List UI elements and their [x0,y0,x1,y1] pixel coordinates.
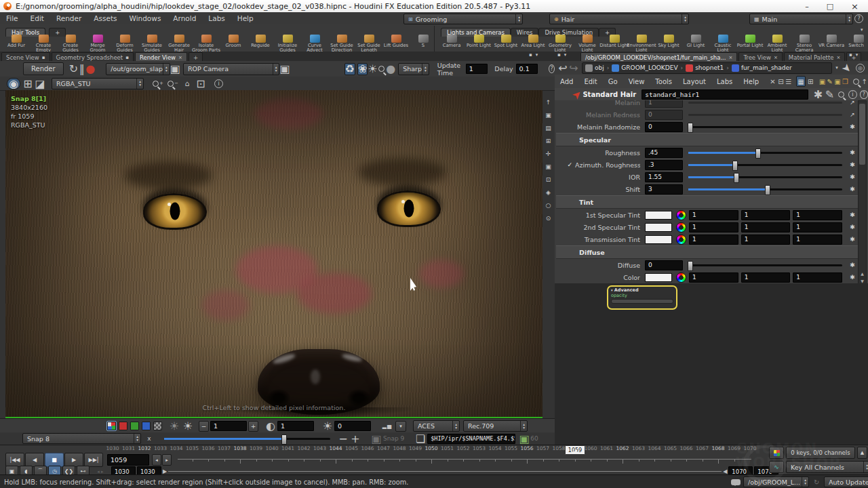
checkbox-checked-icon[interactable]: ✓ [555,161,575,168]
brightness-field[interactable]: 0 [334,421,371,431]
param-value-field[interactable]: 0 [645,260,683,270]
zoom-in-icon[interactable]: + [151,81,165,87]
color-component-field[interactable]: 1 [793,222,842,232]
network-editor[interactable]: ▾ Advanced opacity [555,283,868,445]
pane-tab-tree-view[interactable]: Tree View× [738,52,782,62]
pause-render-icon[interactable]: ‖ [78,62,85,75]
param-slider[interactable] [688,176,842,178]
material-sphere-icon[interactable]: ● [386,62,395,75]
image-plane-select[interactable]: RGBA_STU▴▾ [52,78,144,89]
color-component-field[interactable]: 1 [741,235,791,245]
color-component-field[interactable]: 1 [689,235,738,245]
key-all-channels-select[interactable]: Key All Channels▴▾ [786,461,868,473]
param-slider[interactable] [688,264,842,266]
color-swatch[interactable] [645,211,672,220]
blend-plus-icon[interactable]: + [349,432,361,445]
param-slider[interactable] [688,164,842,166]
range-left-handle[interactable]: ▶ [163,468,167,474]
prev-frame-button[interactable]: ◂ [152,454,161,466]
param-value-field[interactable]: .45 [645,148,683,158]
home-view-icon[interactable]: ⌂ [180,79,194,88]
param-gear-icon[interactable]: ✱ [848,123,857,130]
net-menu-view[interactable]: View [623,78,650,85]
snapshot-blend-slider[interactable] [164,438,330,440]
param-slider[interactable] [688,102,842,104]
playhead-marker[interactable]: 1059 [565,445,585,455]
camera-select[interactable]: ROP Camera▴▾ [183,63,280,75]
color-component-field[interactable]: 1 [741,210,791,220]
go-end-button[interactable]: ▶▶| [84,453,103,467]
param-slider[interactable] [688,126,842,128]
help-icon[interactable]: ? [854,14,863,23]
parameter-scrollbar[interactable]: ▲ ▼ [858,100,867,285]
tab-close-icon[interactable]: × [178,55,182,60]
color-component-field[interactable]: 1 [793,272,842,283]
pane-tab-geometry-spreadsheet[interactable]: Geometry Spreadsheet▪ [52,52,134,62]
magnify-icon[interactable] [378,66,387,72]
param-slider[interactable] [688,188,842,190]
snapshot-file-icon[interactable]: ❏ [414,432,427,445]
net-menu-help[interactable]: Help [738,78,764,85]
param-ref-icon[interactable]: ↗ [848,100,857,106]
color-component-field[interactable]: 1 [793,235,842,245]
keys-up-icon[interactable]: ▲ [857,447,867,459]
tab-close-icon[interactable]: × [837,55,841,60]
color-component-field[interactable]: 1 [689,222,738,232]
param-value-field[interactable]: 1.55 [645,172,683,182]
param-slider[interactable] [688,152,842,154]
breadcrumb-obj[interactable]: obj [585,64,604,72]
param-value-field[interactable]: 0 [645,122,683,132]
parm-search-icon[interactable] [835,92,847,98]
desktop-main-select[interactable]: ▦ Main▴▾ [749,14,853,24]
contrast-icon[interactable]: ◐ [264,420,277,432]
update-mode-select[interactable]: Auto Update▴▾ [824,476,868,487]
color-swatch[interactable] [645,235,672,244]
menu-help[interactable]: Help [231,12,260,24]
auto-update-toggle-icon[interactable]: ♻ [344,63,355,75]
play-reverse-button[interactable]: ◀ [25,453,44,467]
breadcrumb-shopnet1[interactable]: shopnet1 [686,64,724,72]
channel-blue-icon[interactable] [142,422,151,430]
snapshot-path-field[interactable]: $HIP/ipr/$SNAPNAME.$F4.$S [427,434,515,444]
timeline-ticks[interactable] [178,459,751,465]
pane-tab-scene-view[interactable]: Scene View▪ [1,52,50,62]
layer-strip-icon[interactable]: ◈ [546,189,551,196]
crop-icon[interactable]: ⊡ [546,176,551,183]
image-icon[interactable]: ▣ [818,78,826,85]
menu-assets[interactable]: Assets [87,12,123,24]
tab-close-icon[interactable]: × [774,55,778,60]
right-pane-controls[interactable]: ▪▾ [557,52,566,58]
tree-icon[interactable]: ⊟ [777,78,785,85]
histogram-icon[interactable]: ▂▅ [379,423,395,429]
menu-edit[interactable]: Edit [24,12,50,24]
flipbook-icon[interactable]: ▤ [545,125,551,131]
color-swatch[interactable] [645,223,672,232]
search-icon[interactable] [852,79,861,85]
right-pane-controls-2[interactable]: ▪▾ [849,52,858,58]
brightness-icon[interactable]: ☀ [321,420,334,432]
color-wheel-icon[interactable] [676,272,686,283]
param-gear-icon[interactable]: ✱ [848,274,857,281]
gamma-minus-button[interactable]: − [199,421,209,432]
asset-icon[interactable]: ❒ [842,78,849,85]
param-gear-icon[interactable]: ✱ [848,211,857,218]
display-select[interactable]: Rec.709▴▾ [463,420,528,432]
sharpness-select[interactable]: Sharp▴▾ [398,63,429,75]
channel-rgba-icon[interactable] [107,422,116,430]
gamma-field[interactable]: 1 [210,421,247,431]
preview-toggle-icon[interactable]: ◉ [7,78,20,89]
snapshot-strip-icon[interactable]: ▣ [545,112,551,119]
target-strip-icon[interactable]: ⊙ [546,215,551,222]
param-gear-icon[interactable]: ✱ [848,186,857,192]
close-button[interactable]: × [851,1,859,12]
color-wheel-icon[interactable] [676,222,686,232]
animation-curve-icon[interactable]: ∿ [769,461,784,473]
net-menu-labs[interactable]: Labs [711,78,738,85]
zoom-out-icon[interactable]: − [165,81,180,87]
param-gear-icon[interactable]: ✱ [848,161,857,168]
histogram-menu-icon[interactable]: ▾ [395,421,406,432]
gallery-icon[interactable]: ▣ [833,78,841,85]
node-name-field[interactable]: standard_hair1 [642,89,808,100]
param-gear-icon[interactable]: ✱ [848,224,857,230]
param-gear-icon[interactable]: ✱ [848,262,857,268]
